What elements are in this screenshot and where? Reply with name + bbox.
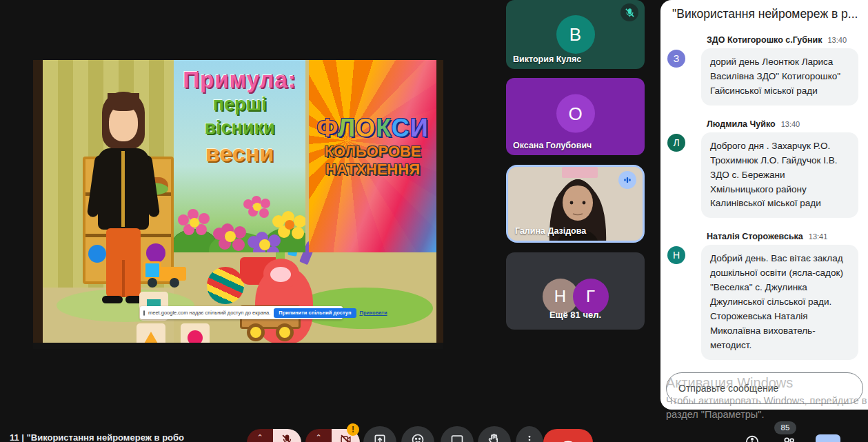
chat-input-placeholder: Отправьте сообщение	[678, 383, 778, 394]
more-options-button[interactable]	[516, 426, 543, 442]
camera-options-chevron[interactable]: ⌃	[305, 429, 332, 442]
chat-message: ЗДО Котигорошко с.Губник13:40 З дорий де…	[660, 35, 868, 106]
chat-panel: "Використання нейромереж в р... ЗДО Коти…	[660, 0, 868, 410]
participant-tile-galina-video[interactable]: Галина Дазідова	[506, 165, 645, 243]
participant-name: Виктория Куляс	[513, 54, 581, 64]
hide-banner-link[interactable]: Приховати	[360, 310, 387, 316]
poster-phlox: ФЛОКСИ КОЛЬОРОВЕ НАТХНЕННЯ	[309, 60, 436, 252]
share-banner-text: meet.google.com надає спільний доступ до…	[148, 310, 270, 316]
monitor-icon	[143, 310, 145, 316]
chat-title: "Використання нейромереж в р...	[672, 7, 858, 21]
poster-prymula: Примула: перші вісники весни	[174, 60, 305, 252]
striped-ball-toy	[207, 267, 244, 304]
more-participants-tile[interactable]: Н Г Ещё 81 чел.	[506, 252, 645, 330]
message-time: 13:40	[827, 36, 847, 44]
stop-sharing-button[interactable]: Припинити спільний доступ	[274, 308, 356, 318]
participant-name: Галина Дазідова	[515, 226, 586, 236]
reactions-button[interactable]	[401, 426, 434, 442]
activities-icon[interactable]	[852, 437, 867, 442]
message-time: 13:40	[781, 120, 800, 128]
chat-message-input[interactable]: Отправьте сообщение	[666, 372, 863, 404]
poster2-title: ФЛОКСИ	[309, 114, 436, 143]
message-text: Добрий день. Вас вітає заклад дошкільної…	[701, 245, 858, 359]
camera-warning-badge: !	[347, 423, 359, 436]
chat-toggle-active[interactable]	[816, 434, 840, 442]
flowers-illustration	[174, 181, 305, 252]
chat-message: Людмила Чуйко13:40 Л Доброго дня . Захар…	[660, 119, 868, 219]
mic-off-icon	[620, 3, 638, 21]
message-time: 13:41	[809, 232, 828, 241]
sender-name: ЗДО Котигорошко с.Губник	[707, 35, 822, 45]
avatar: Н	[667, 246, 685, 264]
avatar: О	[556, 94, 595, 133]
avatar: Л	[667, 134, 685, 152]
mic-button[interactable]: ⌃	[247, 429, 301, 442]
mic-options-chevron[interactable]: ⌃	[247, 429, 273, 442]
audio-level-icon	[618, 171, 636, 189]
participants-count-badge: 85	[774, 421, 796, 434]
meeting-time-and-title: 11 | "Використання нейромереж в робо	[10, 432, 184, 442]
mic-off-icon[interactable]	[273, 429, 301, 442]
participants-icon[interactable]	[780, 434, 797, 442]
avatar: В	[556, 15, 595, 54]
sender-name: Наталія Сторожевська	[707, 232, 803, 241]
screen-share-banner: meet.google.com надає спільний доступ до…	[140, 306, 343, 319]
message-text: дорий день Леонтюк Лариса Василівна ЗДО"…	[701, 48, 858, 106]
participant-name: Оксана Голубович	[513, 141, 592, 150]
chat-message: Наталія Сторожевська13:41 Н Добрий день.…	[660, 232, 868, 359]
participant-tile-viktoria[interactable]: В Виктория Куляс	[506, 0, 645, 69]
raise-hand-button[interactable]	[478, 426, 511, 442]
meeting-toolbar: 11 | "Використання нейромереж в робо ⌃ ⌃…	[0, 423, 868, 442]
participant-tile-oksana[interactable]: О Оксана Голубович	[506, 78, 645, 155]
avatar: З	[667, 50, 685, 68]
captions-button[interactable]	[441, 426, 474, 442]
more-participants-label: Ещё 81 чел.	[506, 310, 645, 320]
ball-toy	[88, 245, 106, 263]
present-screen-button[interactable]	[363, 426, 396, 442]
poster1-title: Примула:	[174, 67, 305, 93]
leave-call-button[interactable]	[543, 429, 593, 442]
meeting-info-icon[interactable]	[745, 434, 760, 442]
sender-name: Людмила Чуйко	[707, 119, 776, 129]
message-text: Доброго дня . Захарчук Р.О. Трохимнюк Л.…	[701, 132, 858, 219]
